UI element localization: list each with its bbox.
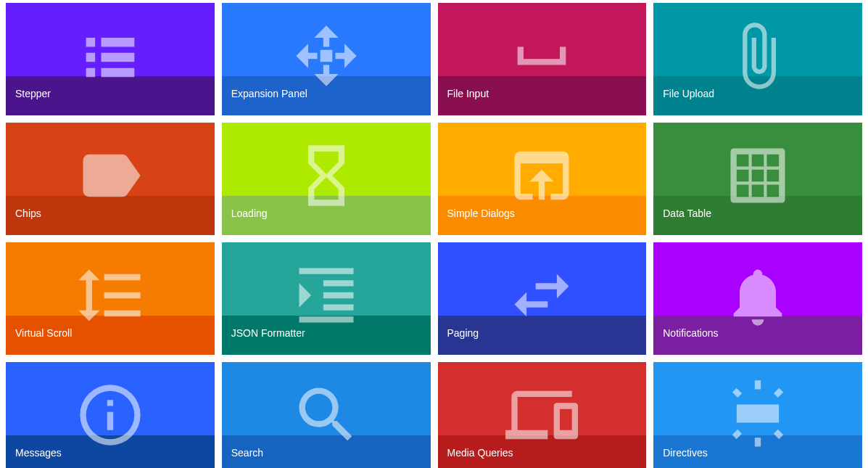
- search-icon: [290, 379, 363, 451]
- card-loading[interactable]: Loading: [222, 123, 431, 235]
- card-label: Simple Dialogs: [447, 208, 515, 219]
- card-virtual-scroll[interactable]: Virtual Scroll: [6, 242, 215, 355]
- card-notifications[interactable]: Notifications: [653, 242, 862, 355]
- card-file-upload[interactable]: File Upload: [653, 3, 862, 115]
- card-chips[interactable]: Chips: [6, 123, 215, 235]
- card-file-input[interactable]: File Input: [438, 3, 647, 115]
- card-label: File Input: [447, 88, 489, 99]
- open-in-browser-icon: [505, 139, 578, 212]
- devices-icon: [505, 379, 578, 451]
- card-label: Stepper: [15, 88, 51, 99]
- card-stepper[interactable]: Stepper: [6, 3, 215, 115]
- list-icon: [74, 20, 146, 92]
- swap-horiz-icon: [505, 259, 578, 332]
- card-json-formatter[interactable]: JSON Formatter: [222, 242, 431, 355]
- card-media-queries[interactable]: Media Queries: [438, 362, 647, 468]
- card-label: Notifications: [663, 327, 718, 339]
- card-directives[interactable]: Directives: [653, 362, 862, 468]
- card-label: Directives: [663, 447, 707, 459]
- card-messages[interactable]: Messages: [6, 362, 215, 468]
- card-data-table[interactable]: Data Table: [653, 123, 862, 235]
- info-icon: [74, 379, 146, 451]
- space-bar-icon: [505, 20, 578, 92]
- component-grid: Stepper Expansion Panel File Input File …: [6, 3, 862, 468]
- card-label: Messages: [15, 447, 62, 459]
- grid-icon: [722, 139, 794, 212]
- label-icon: [74, 139, 146, 212]
- line-spacing-icon: [74, 259, 146, 332]
- card-label: JSON Formatter: [231, 327, 305, 339]
- attachment-icon: [722, 20, 794, 92]
- bell-icon: [722, 259, 794, 332]
- wb-iridescent-icon: [722, 379, 794, 451]
- card-label: Chips: [15, 208, 41, 219]
- card-search[interactable]: Search: [222, 362, 431, 468]
- card-label: Loading: [231, 208, 268, 219]
- card-label: Expansion Panel: [231, 88, 307, 99]
- card-paging[interactable]: Paging: [438, 242, 647, 355]
- card-label: Media Queries: [447, 447, 513, 459]
- card-label: Virtual Scroll: [15, 327, 72, 339]
- card-label: Data Table: [663, 208, 711, 219]
- card-label: File Upload: [663, 88, 714, 99]
- card-simple-dialogs[interactable]: Simple Dialogs: [438, 123, 647, 235]
- card-expansion-panel[interactable]: Expansion Panel: [222, 3, 431, 115]
- card-label: Search: [231, 447, 263, 459]
- expand-icon: [290, 20, 363, 92]
- indent-icon: [290, 259, 363, 332]
- hourglass-icon: [290, 139, 363, 212]
- card-label: Paging: [447, 327, 479, 339]
